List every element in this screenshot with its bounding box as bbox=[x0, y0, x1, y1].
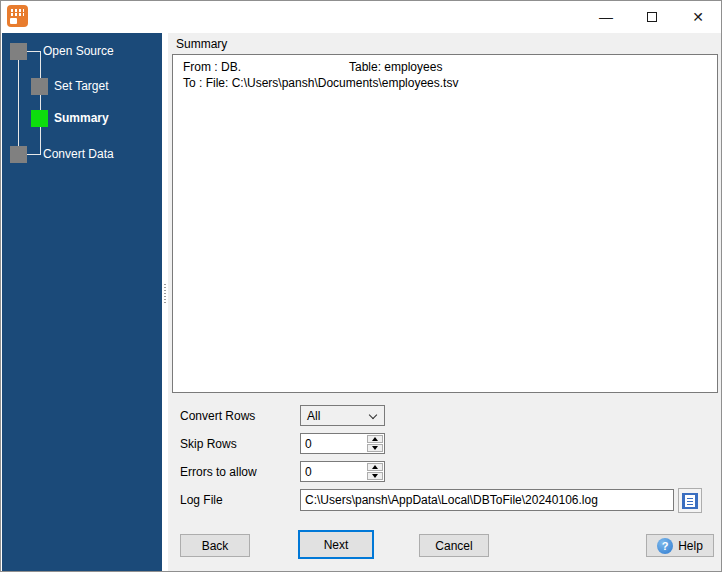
skip-rows-stepper bbox=[300, 433, 385, 454]
log-document-icon bbox=[682, 493, 698, 509]
spin-down-button[interactable] bbox=[367, 444, 383, 452]
sidebar-item-summary[interactable]: Summary bbox=[54, 110, 109, 127]
tree-connector bbox=[40, 51, 41, 155]
app-icon-detail bbox=[11, 9, 24, 12]
spin-down-button[interactable] bbox=[367, 472, 383, 480]
spin-up-button[interactable] bbox=[367, 435, 383, 443]
errors-to-allow-stepper bbox=[300, 461, 385, 482]
tree-connector bbox=[27, 51, 41, 52]
sidebar-item-open-source[interactable]: Open Source bbox=[43, 43, 114, 60]
main-panel: Summary From : DB. Table: employees To :… bbox=[168, 33, 722, 571]
triangle-up-icon bbox=[372, 437, 378, 441]
app-icon bbox=[7, 5, 28, 27]
summary-textbox[interactable]: From : DB. Table: employees To : File: C… bbox=[172, 54, 718, 393]
help-question-icon: ? bbox=[657, 538, 673, 554]
triangle-up-icon bbox=[372, 465, 378, 469]
next-button[interactable]: Next bbox=[298, 530, 374, 559]
close-button[interactable]: ✕ bbox=[675, 1, 721, 33]
app-icon-detail bbox=[11, 13, 24, 16]
maximize-button[interactable] bbox=[629, 1, 675, 33]
minimize-button[interactable]: — bbox=[583, 1, 629, 33]
document-page-icon bbox=[685, 495, 695, 507]
app-window: — ✕ Open Source Set Target Summary Conve… bbox=[0, 0, 722, 572]
back-button[interactable]: Back bbox=[180, 534, 250, 557]
window-body: Open Source Set Target Summary Convert D… bbox=[2, 33, 722, 571]
step-marker-open-source[interactable] bbox=[10, 43, 27, 60]
convert-rows-select[interactable]: All bbox=[300, 405, 385, 426]
convert-rows-label: Convert Rows bbox=[180, 409, 255, 423]
sidebar-item-convert-data[interactable]: Convert Data bbox=[43, 146, 114, 163]
step-marker-set-target[interactable] bbox=[31, 78, 48, 95]
triangle-down-icon bbox=[372, 446, 378, 450]
skip-rows-spin-buttons bbox=[367, 435, 383, 452]
log-file-field bbox=[300, 489, 674, 511]
step-marker-convert-data[interactable] bbox=[10, 146, 27, 163]
view-log-button[interactable] bbox=[678, 488, 702, 513]
summary-to-text: To : File: C:\Users\pansh\Documents\empl… bbox=[183, 76, 458, 90]
splitter-grip-icon bbox=[164, 284, 166, 304]
help-button[interactable]: ? Help bbox=[646, 534, 714, 557]
log-file-input[interactable] bbox=[300, 489, 674, 511]
skip-rows-label: Skip Rows bbox=[180, 437, 237, 451]
help-button-label: Help bbox=[678, 539, 703, 553]
sidebar-item-set-target[interactable]: Set Target bbox=[54, 78, 108, 95]
spin-up-button[interactable] bbox=[367, 463, 383, 471]
summary-group-label: Summary bbox=[176, 37, 227, 51]
step-marker-summary-active[interactable] bbox=[31, 110, 48, 127]
title-bar[interactable]: — ✕ bbox=[1, 1, 721, 33]
triangle-down-icon bbox=[372, 474, 378, 478]
tree-connector bbox=[18, 60, 19, 147]
tree-connector bbox=[27, 154, 41, 155]
chevron-down-icon bbox=[369, 411, 377, 419]
summary-from-text: From : DB. bbox=[183, 60, 241, 74]
maximize-icon bbox=[647, 12, 657, 22]
log-file-label: Log File bbox=[180, 493, 223, 507]
summary-table-text: Table: employees bbox=[349, 60, 442, 74]
wizard-sidebar: Open Source Set Target Summary Convert D… bbox=[2, 33, 162, 571]
app-icon-detail bbox=[10, 18, 17, 24]
convert-rows-value: All bbox=[307, 409, 320, 423]
window-controls: — ✕ bbox=[583, 1, 721, 33]
cancel-button[interactable]: Cancel bbox=[419, 534, 489, 557]
errors-spin-buttons bbox=[367, 463, 383, 480]
errors-to-allow-label: Errors to allow bbox=[180, 465, 257, 479]
